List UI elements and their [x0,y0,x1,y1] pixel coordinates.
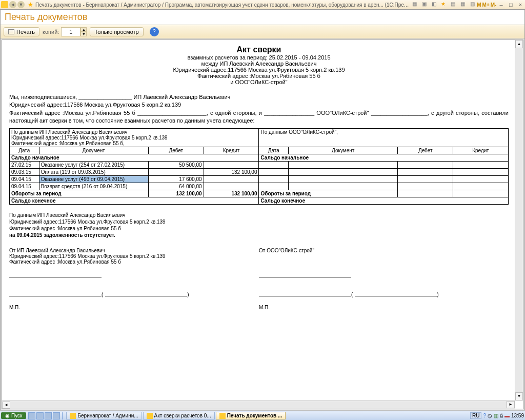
signature-line [9,277,102,277]
quick-launch-icon[interactable] [36,412,44,419]
favorite-icon[interactable]: ★ [28,1,33,8]
cell-debit: 17 600,00 [148,175,204,183]
quick-launch-icon[interactable] [28,412,35,419]
tool-icon[interactable]: ◧ [430,1,437,8]
calc-m-plus[interactable]: M+ [482,2,490,8]
tray-icon[interactable]: ◷ [488,413,492,418]
tool-icon[interactable]: ▣ [420,1,428,8]
scroll-left-icon[interactable]: ◄ [2,402,10,409]
cell-credit [204,183,259,190]
doc-preamble: Мы, нижеподписавшиеся, _________________… [9,93,509,125]
cell-debit: 64 000,00 [148,183,204,190]
col-date: Дата [10,147,39,154]
summary-line: Фактический адрес :Москва ул.Рябиновая 5… [9,225,509,232]
saldo-start-right: Сальдо начальное [259,154,509,161]
col-doc-r: Документ [289,147,398,154]
signature-block: От ИП Лаевский Александр Васильевич Юрид… [9,248,509,310]
sig-addr: Юридический адрес:117566 Москва ул.Фрукт… [9,253,259,259]
task-icon [147,413,153,419]
saldo-end-left: Сальдо конечное [10,197,259,204]
saldo-start-left: Сальдо начальное [10,154,259,161]
signature-paren [105,296,187,296]
language-indicator[interactable]: RU [470,412,481,419]
cell-date: 09.03.15 [10,168,39,175]
summary-block: По данным ИП Лаевский Александр Васильев… [9,212,509,238]
copies-label: копий: [43,29,59,35]
task-label: Беринапрокат / Админи... [77,413,138,418]
cell-debit [148,168,204,175]
doc-addr2: Фактический адрес :Москва ул.Рябиновая 5… [9,73,509,79]
scroll-right-icon[interactable]: ► [507,401,515,408]
table-row[interactable]: 09.04.15Возврат средств (216 от 09.04.20… [10,183,509,190]
app-icon [1,1,8,8]
document-area: Акт сверки взаимных расчетов за период: … [1,38,524,410]
tool-icon[interactable]: ★ [440,1,447,8]
col-debit-r: Дебет [398,147,453,154]
cell-credit [204,175,259,183]
help-icon[interactable]: ? [150,27,159,36]
quick-launch-icon[interactable] [45,412,52,419]
tray-icon[interactable]: ▬ [504,413,510,418]
copies-input[interactable] [61,27,80,36]
preview-only-button[interactable]: Только просмотр [90,27,143,36]
turnover-credit: 132 100,00 [204,190,259,197]
window-controls: – □ × [496,2,524,8]
signature-paren [355,296,437,296]
scroll-up-icon[interactable]: ▲ [515,40,523,48]
sig-addr: Фактический адрес :Москва ул.Рябиновая 5… [9,259,259,265]
turnover-left: Обороты за период [10,190,149,197]
nav-back-icon[interactable]: ◄ [9,1,16,8]
tray-icon[interactable]: ? [483,413,486,418]
summary-line: на 09.04.2015 задолженность отсутствует. [9,232,509,238]
mp-label: М.П. [259,305,509,310]
window-titlebar: ◄ ▼ ★ Печать документов - Беринапрокат /… [0,0,525,9]
cell-date: 09.04.15 [10,183,39,190]
sig-from: От ООО"ОЛиКС-строй" [259,248,509,253]
task-label: Печать документов ... [227,413,282,418]
taskbar-task[interactable]: Беринапрокат / Админи... [66,412,142,419]
tool-icon[interactable]: ▥ [469,1,476,8]
table-row[interactable]: 09.03.15Оплата (119 от 09.03.2015)132 10… [10,168,509,175]
tray-icon[interactable]: ▥ [494,413,498,418]
tool-icon[interactable]: ▦ [459,1,466,8]
tool-icon[interactable]: ▦ [411,1,418,8]
print-button[interactable]: Печать [4,27,39,36]
cell-doc: Возврат средств (216 от 09.04.2015) [39,183,148,190]
nav-forward-icon[interactable]: ▼ [17,1,25,8]
close-icon[interactable]: × [517,2,524,8]
cell-doc: Оплата (119 от 09.03.2015) [39,168,148,175]
col-doc: Документ [39,147,148,154]
start-button[interactable]: ◉Пуск [1,412,26,419]
taskbar-task[interactable]: Акт сверки расчетов 0... [143,412,215,419]
calc-m-minus[interactable]: M- [491,2,497,8]
signature-line [259,277,351,277]
scroll-down-icon[interactable]: ▼ [515,392,523,401]
cell-credit [204,161,259,168]
tray-icon[interactable]: ⎙ [500,413,503,418]
clock[interactable]: 13:59 [511,413,524,418]
col-credit-r: Кредит [453,147,509,154]
horizontal-scrollbar[interactable]: ◄ ► [2,401,515,409]
signature-line [259,296,351,296]
taskbar-task[interactable]: Печать документов ... [216,412,286,419]
spinner-down-icon[interactable]: ▼ [80,32,87,36]
titlebar-tool-icons: ▦ ▣ ◧ ★ ▤ ▦ ▥ [410,1,476,8]
quick-launch-icon[interactable] [53,412,60,419]
signature-line [9,296,102,296]
sig-from: От ИП Лаевский Александр Васильевич [9,248,259,253]
signature-right: От ООО"ОЛиКС-строй" () М.П. [259,248,509,310]
calc-m[interactable]: M [477,2,481,8]
cell-date: 27.02.15 [10,161,39,168]
vertical-scrollbar[interactable]: ▲ ▼ [515,40,523,401]
table-right-header: По данным ООО"ОЛиКС-строй", [259,128,509,147]
tool-icon[interactable]: ▤ [450,1,457,8]
table-row[interactable]: 27.02.15Оказание услуг (254 от 27.02.201… [10,161,509,168]
maximize-icon[interactable]: □ [507,2,514,8]
spinner-up-icon[interactable]: ▲ [80,27,87,32]
doc-title: Акт сверки [9,45,509,54]
table-row[interactable]: 09.04.15Оказание услуг (493 от 09.04.201… [10,175,509,183]
start-icon: ◉ [5,413,10,418]
turnover-debit: 132 100,00 [148,190,204,197]
task-icon [219,413,226,419]
minimize-icon[interactable]: – [497,2,504,8]
